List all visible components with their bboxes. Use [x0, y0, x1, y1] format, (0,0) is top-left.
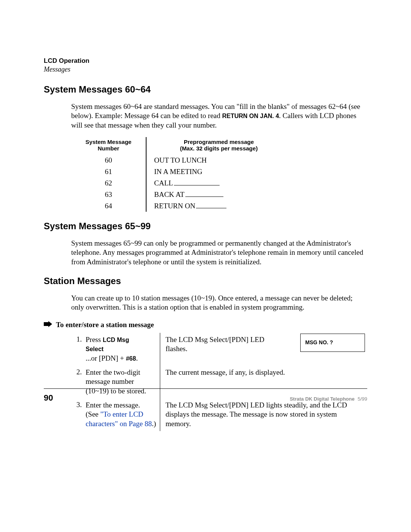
table-row: 62 CALL	[71, 177, 367, 189]
step-row: 3. Enter the message. (See "To enter LCD…	[71, 398, 367, 431]
step-result: The LCD Msg Select/[PDN] LED flashes. MS…	[160, 333, 367, 366]
procedure-title: To enter/store a station message	[56, 321, 154, 329]
msg-num: 62	[71, 177, 147, 189]
lcd-display: MSG NO. ?	[300, 334, 365, 352]
header-subsection: Messages	[44, 66, 367, 73]
step-number: 3.	[71, 398, 83, 431]
msg-text: BACK AT	[147, 189, 287, 200]
procedure-steps: 1. Press LCD Msg Select ...or [PDN] + #6…	[71, 333, 367, 431]
msg-num: 60	[71, 155, 147, 166]
table-head-number: System Message Number	[71, 137, 147, 155]
footer-rule	[44, 388, 367, 389]
page-number: 90	[44, 393, 53, 403]
section-title-65-99: System Messages 65~99	[44, 221, 367, 232]
system-message-table: System Message Number Preprogrammed mess…	[71, 137, 367, 212]
section-60-64-paragraph: System messages 60~64 are standard messa…	[71, 102, 367, 130]
header-chapter: LCD Operation	[44, 57, 367, 65]
msg-text: RETURN ON	[147, 200, 287, 212]
step-result: The LCD Msg Select/[PDN] LED lights stea…	[160, 398, 367, 431]
table-head-message: Preprogrammed message (Max. 32 digits pe…	[147, 137, 287, 155]
msg-num: 63	[71, 189, 147, 200]
msg-text: CALL	[147, 177, 287, 189]
step-row: 1. Press LCD Msg Select ...or [PDN] + #6…	[71, 333, 367, 366]
msg-text: IN A MEETING	[147, 166, 287, 177]
fill-blank	[185, 197, 223, 197]
section-title-60-64: System Messages 60~64	[44, 84, 367, 95]
arrow-right-icon	[44, 321, 52, 329]
msg-num: 61	[71, 166, 147, 177]
para-inline-code: RETURN ON JAN. 4	[222, 113, 279, 119]
table-row: 61 IN A MEETING	[71, 166, 367, 177]
msg-num: 64	[71, 200, 147, 212]
table-row: 64 RETURN ON	[71, 200, 367, 212]
procedure-header: To enter/store a station message	[44, 321, 367, 329]
section-title-station: Station Messages	[44, 276, 367, 286]
page-footer: 90 Strata DK Digital Telephone5/99	[44, 393, 367, 403]
fill-blank	[196, 208, 226, 208]
fill-blank	[174, 185, 220, 185]
step-number: 1.	[71, 333, 83, 366]
svg-marker-0	[44, 321, 52, 327]
msg-text: OUT TO LUNCH	[147, 155, 287, 166]
station-messages-paragraph: You can create up to 10 station messages…	[71, 294, 367, 312]
step-action: Enter the message. (See "To enter LCD ch…	[83, 398, 160, 431]
section-65-99-paragraph: System messages 65~99 can only be progra…	[71, 239, 367, 267]
table-row: 63 BACK AT	[71, 189, 367, 200]
step-action: Press LCD Msg Select ...or [PDN] + #68.	[83, 333, 160, 366]
table-row: 60 OUT TO LUNCH	[71, 155, 367, 166]
footer-doc-title: Strata DK Digital Telephone5/99	[290, 396, 367, 402]
running-header: LCD Operation Messages	[44, 57, 367, 73]
